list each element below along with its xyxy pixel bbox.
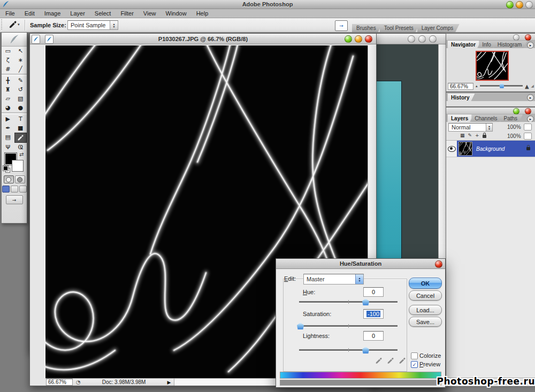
layer-row-background[interactable]: Background [457, 141, 535, 157]
background-window-titlebar[interactable] [372, 34, 446, 44]
menu-image[interactable]: Image [44, 10, 61, 17]
app-minimize-button[interactable] [516, 1, 523, 9]
sample-size-select[interactable]: Point Sample ▴▾ [67, 20, 118, 30]
tool-clone-stamp[interactable]: ♜ [2, 85, 14, 94]
saturation-input[interactable]: -100 [363, 309, 384, 319]
tool-shape[interactable]: ■ [14, 124, 27, 133]
sample-size-stepper[interactable]: ▴▾ [110, 21, 118, 29]
document-titlebar[interactable]: P1030267.JPG @ 66.7% (RGB/8) [30, 34, 376, 44]
app-zoom-button[interactable] [506, 1, 514, 9]
tool-crop[interactable]: # [2, 65, 14, 74]
tool-path-selection[interactable]: ▶ [2, 114, 14, 124]
edit-in-imageready-button[interactable]: → [6, 195, 23, 204]
load-button[interactable]: Load... [409, 305, 442, 315]
standard-screen-mode-button[interactable] [2, 186, 10, 193]
menu-select[interactable]: Select [95, 10, 111, 17]
options-bar-grip[interactable] [1, 19, 2, 30]
menu-edit[interactable]: Edit [25, 10, 35, 17]
tab-history[interactable]: History [448, 94, 475, 101]
lock-position-icon[interactable]: + [475, 133, 479, 138]
tool-type[interactable]: T [14, 114, 27, 124]
blend-mode-stepper[interactable]: ▴▾ [486, 124, 492, 131]
colorize-checkbox[interactable] [411, 352, 418, 359]
navigator-slider-thumb[interactable] [499, 83, 504, 88]
tool-lasso[interactable]: ζ [2, 56, 14, 65]
lock-image-icon[interactable]: ✎ [468, 133, 472, 138]
tool-magic-wand[interactable]: ∗ [14, 56, 27, 65]
swap-colors-icon[interactable]: ⇄ [19, 151, 24, 157]
tab-info[interactable]: Info [479, 41, 496, 48]
doc-minimize-button[interactable] [355, 35, 362, 43]
tool-history-brush[interactable]: ↺ [14, 85, 27, 94]
fill-value[interactable]: 100% [507, 133, 521, 139]
tool-blur[interactable]: ◕ [2, 103, 14, 112]
saturation-slider[interactable] [299, 325, 398, 327]
menu-filter[interactable]: Filter [120, 10, 133, 17]
quick-mask-mode-button[interactable] [15, 175, 25, 183]
tool-move[interactable]: ↖ [14, 47, 27, 56]
tool-rectangular-marquee[interactable]: ▭ [2, 47, 14, 56]
navigator-zoom-slider[interactable] [480, 85, 523, 87]
blend-mode-select[interactable]: Normal ▴▾ [448, 123, 493, 132]
document-zoom-field[interactable]: 66.67% [46, 379, 73, 386]
navigator-minimize-button[interactable] [513, 34, 519, 41]
menu-file[interactable]: File [5, 10, 15, 17]
lightness-slider[interactable] [299, 349, 398, 351]
default-colors-icon-fg[interactable] [3, 166, 8, 171]
tool-healing-brush[interactable]: ╋ [2, 76, 14, 85]
navigator-palette-titlebar[interactable] [446, 34, 535, 41]
tool-gradient[interactable]: ▧ [14, 94, 27, 103]
document-proxy-icon[interactable] [32, 35, 40, 44]
status-menu-arrow-icon[interactable]: ▶ [167, 380, 171, 385]
tool-slice[interactable]: ╱ [14, 65, 27, 74]
menu-view[interactable]: View [143, 10, 156, 17]
hue-slider[interactable] [299, 301, 398, 303]
sample-eyedropper-icon[interactable] [375, 357, 382, 365]
tab-layers[interactable]: Layers [448, 114, 473, 122]
navigator-thumbnail[interactable] [476, 51, 509, 81]
tool-eraser[interactable]: ▱ [2, 94, 14, 103]
menu-help[interactable]: Help [196, 10, 209, 17]
tab-histogram[interactable]: Histogram [494, 41, 528, 48]
resize-grip-icon[interactable]: ◢ [531, 84, 534, 88]
opacity-value[interactable]: 100% [507, 124, 521, 130]
palette-well-tab-brushes[interactable]: Brushes [352, 24, 383, 32]
palette-well-tab-layer-comps[interactable]: Layer Comps [417, 24, 460, 32]
dialog-titlebar[interactable]: Hue/Saturation [276, 259, 445, 269]
tab-paths[interactable]: Paths [501, 114, 523, 122]
go-to-bridge-icon[interactable]: → [335, 20, 348, 31]
fill-arrow-button[interactable] [524, 133, 532, 140]
tab-navigator[interactable]: Navigator [448, 41, 481, 48]
tool-preset-arrow-icon[interactable]: ▾ [18, 22, 20, 27]
standard-mode-button[interactable] [4, 175, 14, 183]
layers-palette-titlebar[interactable] [446, 107, 535, 114]
menu-layer[interactable]: Layer [70, 10, 85, 17]
zoom-out-icon[interactable]: ▴ [476, 84, 478, 88]
layers-minimize-button[interactable] [513, 108, 519, 114]
eye-icon[interactable] [448, 146, 456, 152]
fullscreen-mode-button[interactable] [19, 186, 27, 193]
edit-select[interactable]: Master ▴▾ [303, 274, 364, 285]
layer-visibility-cell[interactable] [446, 141, 457, 157]
zoom-in-icon[interactable]: ▲ [525, 83, 529, 89]
opacity-arrow-button[interactable] [524, 124, 532, 130]
hue-input[interactable]: 0 [363, 287, 384, 297]
background-color-swatch[interactable] [12, 160, 24, 172]
lightness-input[interactable]: 0 [363, 331, 384, 341]
eyedropper-tool-icon[interactable] [9, 21, 17, 29]
menu-window[interactable]: Window [166, 10, 187, 17]
doc-zoom-button[interactable] [345, 35, 352, 43]
layer-thumbnail[interactable] [458, 142, 472, 156]
lock-transparency-icon[interactable]: ▦ [460, 133, 465, 138]
ok-button[interactable]: OK [409, 278, 442, 289]
bg-window-zoom-button[interactable] [408, 35, 415, 43]
tool-dodge[interactable]: ● [14, 103, 27, 112]
tool-zoom[interactable]: Ҩ [14, 143, 27, 152]
tool-notes[interactable]: ▤ [2, 133, 14, 142]
add-sample-eyedropper-icon[interactable] [387, 357, 394, 365]
tool-eyedropper[interactable] [14, 133, 27, 143]
bg-window-minimize-button[interactable] [418, 35, 426, 43]
tab-channels[interactable]: Channels [471, 114, 502, 122]
toolbox-header[interactable] [2, 33, 27, 47]
bg-window-close-button[interactable] [429, 35, 437, 43]
